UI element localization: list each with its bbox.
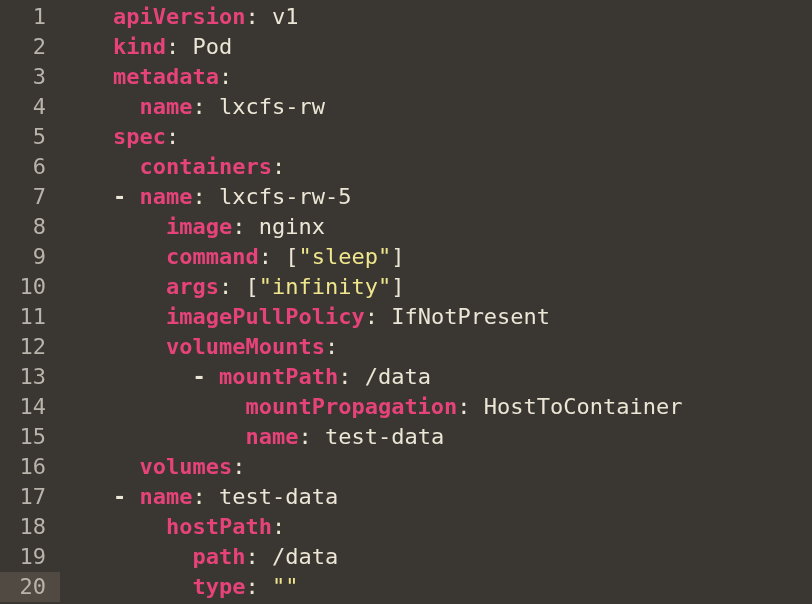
code-line[interactable]: 14 mountPropagation: HostToContainer bbox=[0, 392, 812, 422]
colon: : bbox=[325, 334, 338, 359]
gutter-line-number: 3 bbox=[0, 62, 60, 92]
code-content: volumeMounts: bbox=[60, 332, 812, 362]
code-line[interactable]: 5 spec: bbox=[0, 122, 812, 152]
yaml-key: spec bbox=[113, 124, 166, 149]
code-line[interactable]: 10 args: ["infinity"] bbox=[0, 272, 812, 302]
colon: : bbox=[192, 94, 205, 119]
colon: : bbox=[192, 184, 205, 209]
yaml-key: kind bbox=[113, 34, 166, 59]
colon: : bbox=[272, 154, 285, 179]
code-content: name: test-data bbox=[60, 422, 812, 452]
code-line[interactable]: 4 name: lxcfs-rw bbox=[0, 92, 812, 122]
colon: : bbox=[166, 34, 179, 59]
colon: : bbox=[166, 124, 179, 149]
code-content: spec: bbox=[60, 122, 812, 152]
code-content: args: ["infinity"] bbox=[60, 272, 812, 302]
gutter-line-number: 13 bbox=[0, 362, 60, 392]
code-content: - name: test-data bbox=[60, 482, 812, 512]
code-content: containers: bbox=[60, 152, 812, 182]
code-line[interactable]: 6 containers: bbox=[0, 152, 812, 182]
yaml-value: lxcfs-rw bbox=[219, 94, 325, 119]
code-line[interactable]: 15 name: test-data bbox=[0, 422, 812, 452]
gutter-line-number: 8 bbox=[0, 212, 60, 242]
yaml-value: test-data bbox=[219, 484, 338, 509]
code-editor[interactable]: 1 apiVersion: v12 kind: Pod3 metadata:4 … bbox=[0, 2, 812, 602]
gutter-line-number: 2 bbox=[0, 32, 60, 62]
gutter-line-number: 9 bbox=[0, 242, 60, 272]
yaml-value: IfNotPresent bbox=[391, 304, 550, 329]
gutter-line-number: 12 bbox=[0, 332, 60, 362]
code-content: - name: lxcfs-rw-5 bbox=[60, 182, 812, 212]
colon: : bbox=[232, 214, 245, 239]
colon: : bbox=[298, 424, 311, 449]
code-line[interactable]: 18 hostPath: bbox=[0, 512, 812, 542]
yaml-string: "infinity" bbox=[259, 274, 391, 299]
yaml-key: metadata bbox=[113, 64, 219, 89]
gutter-line-number: 10 bbox=[0, 272, 60, 302]
yaml-key: hostPath bbox=[166, 514, 272, 539]
code-line[interactable]: 13 - mountPath: /data bbox=[0, 362, 812, 392]
yaml-value: test-data bbox=[325, 424, 444, 449]
yaml-value: v1 bbox=[272, 4, 299, 29]
code-content: kind: Pod bbox=[60, 32, 812, 62]
yaml-key: mountPath bbox=[219, 364, 338, 389]
code-line[interactable]: 16 volumes: bbox=[0, 452, 812, 482]
list-dash: - bbox=[113, 484, 140, 509]
code-line[interactable]: 11 imagePullPolicy: IfNotPresent bbox=[0, 302, 812, 332]
code-content: type: "" bbox=[60, 572, 812, 602]
code-content: mountPropagation: HostToContainer bbox=[60, 392, 812, 422]
code-content: imagePullPolicy: IfNotPresent bbox=[60, 302, 812, 332]
yaml-key: mountPropagation bbox=[245, 394, 457, 419]
yaml-value: Pod bbox=[192, 34, 232, 59]
gutter-line-number: 17 bbox=[0, 482, 60, 512]
gutter-line-number: 6 bbox=[0, 152, 60, 182]
colon: : bbox=[219, 274, 232, 299]
code-line[interactable]: 1 apiVersion: v1 bbox=[0, 2, 812, 32]
gutter-line-number: 4 bbox=[0, 92, 60, 122]
yaml-key: name bbox=[139, 484, 192, 509]
colon: : bbox=[245, 4, 258, 29]
code-content: command: ["sleep"] bbox=[60, 242, 812, 272]
colon: : bbox=[338, 364, 351, 389]
code-line[interactable]: 3 metadata: bbox=[0, 62, 812, 92]
yaml-value: HostToContainer bbox=[484, 394, 683, 419]
gutter-line-number: 14 bbox=[0, 392, 60, 422]
code-line[interactable]: 17 - name: test-data bbox=[0, 482, 812, 512]
yaml-key: name bbox=[139, 94, 192, 119]
yaml-value: nginx bbox=[259, 214, 325, 239]
yaml-key: apiVersion bbox=[113, 4, 245, 29]
code-content: name: lxcfs-rw bbox=[60, 92, 812, 122]
code-line[interactable]: 9 command: ["sleep"] bbox=[0, 242, 812, 272]
yaml-string: "" bbox=[272, 574, 299, 599]
yaml-key: command bbox=[166, 244, 259, 269]
code-line[interactable]: 8 image: nginx bbox=[0, 212, 812, 242]
yaml-key: type bbox=[192, 574, 245, 599]
yaml-value: /data bbox=[365, 364, 431, 389]
code-content: hostPath: bbox=[60, 512, 812, 542]
colon: : bbox=[272, 514, 285, 539]
code-content: volumes: bbox=[60, 452, 812, 482]
code-line[interactable]: 20 type: "" bbox=[0, 572, 812, 602]
code-content: path: /data bbox=[60, 542, 812, 572]
colon: : bbox=[192, 484, 205, 509]
code-content: metadata: bbox=[60, 62, 812, 92]
list-dash: - bbox=[192, 364, 219, 389]
yaml-key: volumes bbox=[139, 454, 232, 479]
yaml-value: /data bbox=[272, 544, 338, 569]
gutter-line-number: 19 bbox=[0, 542, 60, 572]
colon: : bbox=[457, 394, 470, 419]
gutter-line-number: 18 bbox=[0, 512, 60, 542]
list-dash: - bbox=[113, 184, 140, 209]
code-line[interactable]: 12 volumeMounts: bbox=[0, 332, 812, 362]
code-line[interactable]: 19 path: /data bbox=[0, 542, 812, 572]
yaml-key: args bbox=[166, 274, 219, 299]
code-content: - mountPath: /data bbox=[60, 362, 812, 392]
code-line[interactable]: 2 kind: Pod bbox=[0, 32, 812, 62]
code-content: apiVersion: v1 bbox=[60, 2, 812, 32]
colon: : bbox=[365, 304, 378, 329]
colon: : bbox=[245, 544, 258, 569]
code-line[interactable]: 7 - name: lxcfs-rw-5 bbox=[0, 182, 812, 212]
colon: : bbox=[259, 244, 272, 269]
gutter-line-number: 5 bbox=[0, 122, 60, 152]
colon: : bbox=[232, 454, 245, 479]
